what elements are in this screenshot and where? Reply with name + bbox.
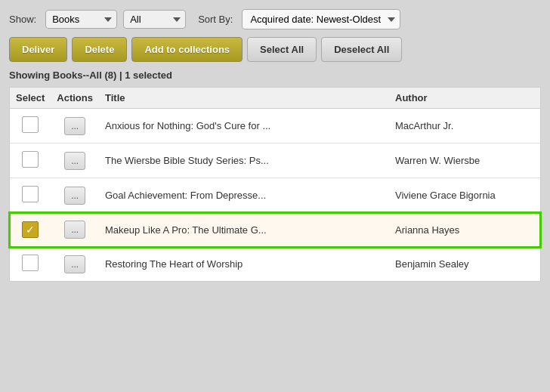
delete-button[interactable]: Delete	[72, 37, 127, 62]
row-action-button[interactable]: ...	[64, 221, 85, 239]
header-select: Select	[10, 88, 51, 109]
row-action-button[interactable]: ...	[64, 187, 85, 205]
sort-by-select[interactable]: Acquired date: Newest-Oldest Acquired da…	[242, 9, 400, 29]
status-bold: Books--All	[53, 69, 102, 81]
books-table-container: Select Actions Title Author ...Anxious f…	[9, 87, 541, 282]
select-all-button[interactable]: Select All	[247, 37, 317, 62]
table-row: ...Goal Achievement: From Depresse...Viv…	[10, 178, 540, 213]
show-filter-select[interactable]: All Selected	[123, 10, 186, 29]
row-title: Goal Achievement: From Depresse...	[99, 178, 389, 213]
deliver-button[interactable]: Deliver	[9, 37, 67, 62]
row-title: Makeup Like A Pro: The Ultimate G...	[99, 213, 389, 247]
header-actions: Actions	[51, 88, 99, 109]
table-row: ...Restoring The Heart of WorshipBenjami…	[10, 247, 540, 282]
row-action-button[interactable]: ...	[64, 255, 85, 273]
row-checkbox[interactable]	[22, 255, 39, 271]
row-title: The Wiersbe Bible Study Series: Ps...	[99, 144, 389, 178]
show-type-select[interactable]: Books Magazines All	[45, 10, 117, 29]
row-action-button[interactable]: ...	[64, 117, 85, 135]
header-title: Title	[99, 88, 389, 109]
row-checkbox[interactable]: ✓	[22, 221, 39, 238]
row-checkbox[interactable]	[22, 151, 39, 168]
row-title: Restoring The Heart of Worship	[99, 247, 389, 282]
show-label: Show:	[9, 14, 36, 25]
table-row: ✓...Makeup Like A Pro: The Ultimate G...…	[10, 213, 540, 247]
row-author: MacArthur Jr.	[389, 109, 540, 144]
table-row: ...Anxious for Nothing: God's Cure for .…	[10, 109, 540, 144]
row-checkbox[interactable]	[22, 116, 39, 133]
sort-label: Sort By:	[198, 14, 233, 25]
status-bar: Showing Books--All (8) | 1 selected	[9, 69, 541, 81]
add-to-collections-button[interactable]: Add to collections	[131, 37, 243, 62]
row-action-button[interactable]: ...	[64, 152, 85, 170]
row-title: Anxious for Nothing: God's Cure for ...	[99, 109, 389, 144]
status-text-prefix: Showing	[9, 69, 53, 81]
header-author: Author	[389, 88, 540, 109]
toolbar-row: Show: Books Magazines All All Selected S…	[9, 9, 541, 29]
table-header-row: Select Actions Title Author	[10, 88, 540, 109]
action-buttons-row: Deliver Delete Add to collections Select…	[9, 37, 541, 62]
row-author: Viviene Grace Bigornia	[389, 178, 540, 213]
row-checkbox[interactable]	[22, 186, 39, 202]
row-author: Arianna Hayes	[389, 213, 540, 247]
table-row: ...The Wiersbe Bible Study Series: Ps...…	[10, 144, 540, 178]
deselect-all-button[interactable]: Deselect All	[321, 37, 402, 62]
books-table: Select Actions Title Author ...Anxious f…	[10, 88, 540, 281]
row-author: Benjamin Sealey	[389, 247, 540, 282]
row-author: Warren W. Wiersbe	[389, 144, 540, 178]
status-count: (8) | 1 selected	[102, 69, 172, 81]
